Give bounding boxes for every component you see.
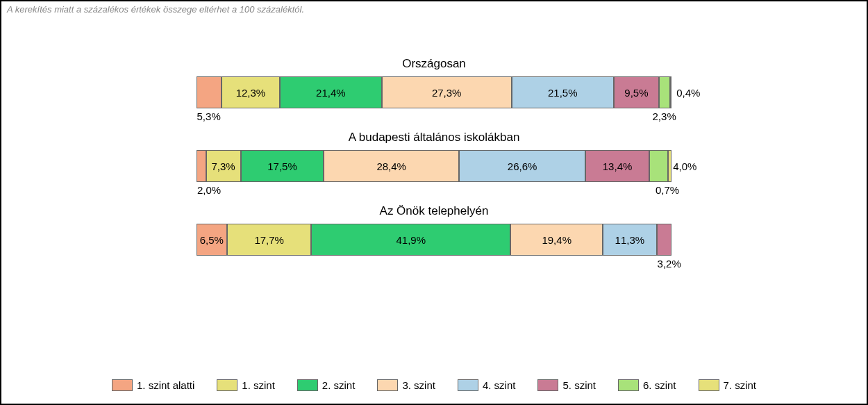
legend-label: 3. szint	[402, 379, 435, 391]
bar-group: A budapesti általános iskolákban2,0%7,3%…	[1, 131, 867, 183]
legend-swatch	[112, 379, 133, 391]
bar-segment: 6,5%	[197, 224, 228, 256]
bar-segment: 7,3%	[206, 150, 241, 182]
bar-wrap: 5,3%12,3%21,4%27,3%21,5%9,5%2,3%0,4%	[197, 76, 672, 108]
bar-segment-label: 2,3%	[653, 110, 676, 122]
legend-label: 5. szint	[562, 379, 596, 391]
bar-segment: 4,0%	[649, 150, 668, 182]
bar-segment: 9,5%	[614, 76, 659, 108]
bar-segment-label: 3,2%	[658, 258, 681, 270]
bar-segment: 17,5%	[241, 150, 324, 182]
bar-segment: 27,3%	[382, 76, 512, 108]
bar-segment-label: 5,3%	[197, 110, 221, 122]
bars-area: Országosan5,3%12,3%21,4%27,3%21,5%9,5%2,…	[1, 57, 867, 278]
chart-container: A kerekítés miatt a százalékos értékek ö…	[0, 0, 868, 405]
legend-item: 6. szint	[618, 379, 676, 391]
bar-segment: 21,4%	[280, 76, 382, 108]
legend-item: 5. szint	[537, 379, 596, 391]
legend-swatch	[217, 379, 237, 391]
bar-segment: 0,4%	[670, 76, 672, 108]
bar-row: 6,5%17,7%41,9%19,4%11,3%3,2%	[1, 222, 867, 257]
legend-item: 3. szint	[377, 379, 435, 391]
bar-title: Az Önök telephelyén	[1, 204, 867, 218]
bar-title: A budapesti általános iskolákban	[1, 131, 867, 144]
bar-segment: 2,0%	[197, 150, 206, 182]
bar-segment: 28,4%	[324, 150, 459, 182]
legend: 1. szint alatti1. szint2. szint3. szint4…	[1, 379, 867, 391]
bar-segment: 41,9%	[311, 224, 510, 256]
legend-label: 4. szint	[483, 379, 516, 391]
legend-swatch	[458, 379, 478, 391]
bar-segment: 26,6%	[459, 150, 585, 182]
legend-item: 7. szint	[699, 379, 757, 391]
legend-label: 1. szint alatti	[137, 379, 194, 391]
bar-segment-label: 0,7%	[656, 184, 679, 196]
bar-segment: 0,7%	[668, 150, 671, 182]
bar-segment: 19,4%	[510, 224, 603, 256]
legend-item: 2. szint	[297, 379, 356, 391]
legend-swatch	[377, 379, 398, 391]
bar-segment: 13,4%	[585, 150, 649, 182]
bar-segment: 3,2%	[657, 224, 672, 256]
chart-footnote: A kerekítés miatt a százalékos értékek ö…	[7, 4, 304, 15]
legend-swatch	[699, 379, 719, 391]
bar-title: Országosan	[1, 57, 867, 71]
bar-wrap: 6,5%17,7%41,9%19,4%11,3%3,2%	[197, 224, 672, 256]
bar-segment-label: 0,4%	[676, 87, 700, 99]
bar-wrap: 2,0%7,3%17,5%28,4%26,6%13,4%4,0%0,7%	[197, 150, 671, 182]
bar-segment: 21,5%	[512, 76, 614, 108]
legend-swatch	[618, 379, 639, 391]
legend-label: 1. szint	[242, 379, 275, 391]
legend-item: 4. szint	[458, 379, 516, 391]
bar-row: 5,3%12,3%21,4%27,3%21,5%9,5%2,3%0,4%	[1, 75, 867, 110]
bar-segment: 5,3%	[197, 76, 222, 108]
legend-item: 1. szint	[217, 379, 275, 391]
bar-segment: 11,3%	[603, 224, 656, 256]
bar-segment-label: 4,0%	[673, 160, 696, 172]
legend-swatch	[297, 379, 318, 391]
bar-segment: 12,3%	[222, 76, 280, 108]
bar-segment-label: 2,0%	[197, 184, 221, 196]
bar-group: Az Önök telephelyén6,5%17,7%41,9%19,4%11…	[1, 204, 867, 257]
bar-segment: 2,3%	[659, 76, 670, 108]
bar-group: Országosan5,3%12,3%21,4%27,3%21,5%9,5%2,…	[1, 57, 867, 110]
legend-swatch	[537, 379, 558, 391]
legend-item: 1. szint alatti	[112, 379, 194, 391]
bar-segment: 17,7%	[227, 224, 311, 256]
legend-label: 2. szint	[322, 379, 356, 391]
bar-row: 2,0%7,3%17,5%28,4%26,6%13,4%4,0%0,7%	[1, 149, 867, 183]
legend-label: 6. szint	[643, 379, 676, 391]
legend-label: 7. szint	[724, 379, 757, 391]
